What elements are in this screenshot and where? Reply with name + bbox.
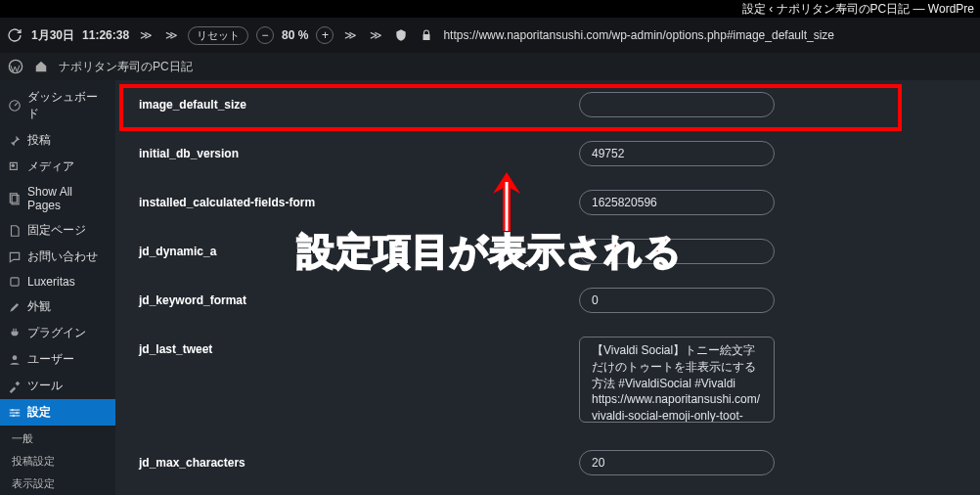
option-row-initial_db_version: initial_db_version (139, 129, 957, 178)
sidebar-item-label: 投稿 (27, 132, 51, 149)
sidebar-item-0[interactable]: ダッシュボード (0, 84, 115, 127)
plugin-icon (8, 327, 22, 340)
option-label: image_default_size (139, 92, 559, 112)
site-name[interactable]: ナポリタン寿司のPC日記 (59, 59, 193, 75)
sidebar-item-label: 固定ページ (27, 222, 86, 239)
sidebar-item-6[interactable]: Luxeritas (0, 270, 115, 293)
option-label: jd_last_tweet (139, 337, 559, 356)
option-row-jd_last_tweet: jd_last_tweet (139, 325, 957, 438)
toolbar-date: 1月30日 (31, 27, 74, 44)
option-input-jd_max_characters[interactable] (579, 450, 775, 475)
sidebar-item-10[interactable]: ツール (0, 373, 115, 399)
option-input-jd_dynamic_a[interactable] (579, 239, 775, 264)
sidebar-item-3[interactable]: Show All Pages (0, 180, 115, 217)
settings-submenu: 一般投稿設定表示設定ディ (0, 426, 115, 495)
settings-icon (8, 406, 22, 420)
svg-point-10 (12, 408, 14, 410)
sidebar-item-label: ダッシュボード (27, 89, 108, 122)
option-row-jd_keyword_format: jd_keyword_format (139, 276, 957, 325)
svg-point-2 (12, 163, 16, 167)
option-input-jd_last_tweet[interactable] (579, 337, 775, 423)
svg-rect-8 (10, 412, 21, 413)
settings-submenu-item-1[interactable]: 投稿設定 (8, 450, 115, 472)
url-bar[interactable]: https://www.naporitansushi.com/wp-admin/… (443, 28, 834, 42)
sidebar-item-label: お問い合わせ (27, 248, 98, 265)
pin-icon (8, 134, 22, 148)
sidebar-item-8[interactable]: プラグイン (0, 320, 115, 346)
media-icon (8, 160, 22, 174)
users-icon (8, 353, 22, 367)
svg-point-6 (13, 355, 18, 360)
option-input-jd_keyword_format[interactable] (579, 288, 775, 313)
sidebar-item-label: 外観 (27, 298, 51, 315)
command-icon-2[interactable]: ≫ (162, 26, 180, 44)
option-label: jd_keyword_format (139, 288, 559, 307)
settings-submenu-item-2[interactable]: 表示設定 (8, 472, 115, 495)
zoom-level: 80 % (282, 28, 308, 42)
option-row-image_default_size: image_default_size (139, 80, 957, 129)
option-label: jd_dynamic_a (139, 239, 559, 258)
wp-admin-bar: ナポリタン寿司のPC日記 (0, 53, 980, 80)
pages-icon (8, 192, 22, 205)
command-icon-4[interactable]: ≫ (367, 26, 384, 44)
svg-rect-5 (11, 278, 19, 286)
toolbar-time: 11:26:38 (82, 28, 129, 42)
sidebar-item-label: ツール (27, 378, 63, 394)
toolbar: 1月30日 11:26:38 ≫ ≫ リセット − 80 % + ≫ ≫ htt… (0, 18, 980, 53)
zoom-in-button[interactable]: + (316, 26, 334, 44)
option-row-jd_max_tags: jd_max_tags (139, 487, 957, 495)
reload-icon[interactable] (6, 26, 23, 44)
option-label: initial_db_version (139, 141, 559, 160)
option-input-image_default_size[interactable] (579, 92, 775, 117)
command-icon-1[interactable]: ≫ (137, 26, 155, 44)
options-content: image_default_sizeinitial_db_versioninst… (115, 80, 980, 495)
brush-icon (8, 300, 22, 314)
option-label: jd_max_characters (139, 450, 559, 470)
sidebar-item-4[interactable]: 固定ページ (0, 217, 115, 244)
sidebar-item-9[interactable]: ユーザー (0, 346, 115, 373)
settings-submenu-item-0[interactable]: 一般 (8, 428, 115, 450)
tools-icon (8, 380, 22, 393)
sidebar-item-label: Show All Pages (27, 185, 108, 212)
admin-sidebar: ダッシュボード投稿メディアShow All Pages固定ページお問い合わせLu… (0, 80, 115, 495)
zoom-out-button[interactable]: − (256, 26, 274, 44)
option-row-jd_max_characters: jd_max_characters (139, 438, 957, 487)
comment-icon (8, 250, 22, 264)
svg-point-11 (16, 411, 18, 413)
lock-icon[interactable] (418, 26, 435, 44)
option-row-installed_calculated-fields-form: installed_calculated-fields-form (139, 178, 957, 227)
option-input-initial_db_version[interactable] (579, 141, 775, 166)
sidebar-item-2[interactable]: メディア (0, 154, 115, 180)
dashboard-icon (8, 99, 22, 112)
svg-point-12 (13, 414, 15, 416)
wordpress-icon[interactable] (8, 59, 23, 74)
sidebar-item-label: プラグイン (27, 325, 86, 341)
sidebar-item-label: Luxeritas (27, 275, 75, 289)
sidebar-item-5[interactable]: お問い合わせ (0, 244, 115, 270)
sidebar-item-label: メディア (27, 158, 74, 175)
sidebar-item-1[interactable]: 投稿 (0, 127, 115, 154)
option-row-jd_dynamic_a: jd_dynamic_a (139, 227, 957, 276)
command-icon-3[interactable]: ≫ (341, 26, 359, 44)
window-title: 設定 ‹ ナポリタン寿司のPC日記 — WordPre (742, 1, 974, 18)
sidebar-item-label: ユーザー (27, 351, 74, 368)
sidebar-item-label: 設定 (27, 404, 51, 421)
shield-icon[interactable] (392, 26, 410, 44)
page-icon (8, 224, 22, 238)
home-icon[interactable] (33, 59, 49, 74)
luxeritas-icon (8, 275, 22, 289)
sidebar-item-7[interactable]: 外観 (0, 293, 115, 320)
sidebar-item-11[interactable]: 設定 (0, 399, 115, 426)
svg-rect-7 (10, 409, 21, 410)
reset-button[interactable]: リセット (188, 26, 248, 45)
option-label: installed_calculated-fields-form (139, 190, 559, 209)
option-input-installed_calculated-fields-form[interactable] (579, 190, 775, 215)
